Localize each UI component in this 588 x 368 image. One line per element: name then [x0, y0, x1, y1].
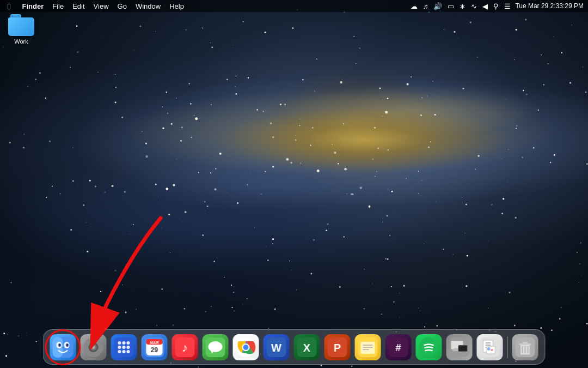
svg-rect-15: [93, 353, 95, 357]
svg-rect-76: [523, 342, 528, 344]
folder-body: [8, 17, 34, 36]
svg-rect-52: [361, 342, 375, 354]
system-preferences-icon: [81, 334, 107, 360]
dock-item-powerpoint[interactable]: P: [323, 333, 352, 361]
svg-point-71: [487, 347, 491, 351]
svg-rect-68: [486, 345, 491, 346]
dock-item-notes[interactable]: [354, 333, 382, 361]
launchpad-icon: [111, 334, 137, 360]
svg-rect-17: [84, 346, 88, 348]
svg-point-6: [66, 343, 69, 347]
chrome-icon: [233, 334, 259, 360]
svg-rect-11: [93, 338, 95, 342]
svg-point-72: [491, 349, 493, 351]
dock-item-preview[interactable]: [476, 333, 504, 361]
wifi-icon[interactable]: ∿: [470, 2, 478, 10]
dock-separator: [507, 336, 508, 358]
excel-icon: X: [294, 334, 320, 360]
svg-point-24: [127, 341, 130, 345]
svg-text:MAR: MAR: [150, 341, 159, 345]
menubar-go[interactable]: Go: [114, 2, 131, 11]
menubar-file[interactable]: File: [48, 2, 68, 11]
dock-item-mail[interactable]: MAR 29: [140, 333, 169, 361]
svg-point-23: [122, 341, 126, 345]
svg-point-7: [62, 347, 64, 348]
word-icon: W: [264, 334, 290, 360]
svg-rect-13: [99, 346, 103, 348]
svg-point-29: [122, 350, 126, 353]
svg-point-26: [122, 346, 126, 349]
galaxy-background: [0, 0, 588, 368]
galaxy-dust: [0, 0, 588, 368]
mail-icon: MAR 29: [142, 334, 168, 360]
photos-icon: [446, 334, 473, 360]
search-icon[interactable]: ⚲: [492, 2, 500, 10]
notification-icon[interactable]: ☰: [503, 2, 512, 10]
dock-item-trash[interactable]: [511, 333, 540, 361]
dock-item-finder[interactable]: [49, 333, 77, 361]
svg-rect-64: [459, 346, 467, 351]
powerpoint-icon: P: [324, 334, 351, 360]
trash-icon: [512, 334, 538, 360]
menubar-view[interactable]: View: [90, 2, 113, 11]
svg-text:P: P: [334, 342, 341, 354]
clock: Tue Mar 29 2:33:29 PM: [515, 2, 584, 10]
folder-icon: [8, 14, 34, 36]
dock-item-word[interactable]: W: [262, 333, 291, 361]
finder-icon: [50, 334, 76, 360]
svg-point-44: [243, 345, 249, 350]
dock-item-finder-wrapper: [49, 333, 77, 361]
desktop:  Finder File Edit View Go Window Help ☁…: [0, 0, 588, 368]
dock-item-messages[interactable]: [201, 333, 230, 361]
dock: MAR 29 ♪: [43, 329, 546, 365]
svg-text:29: 29: [151, 346, 158, 354]
dock-item-music[interactable]: ♪: [171, 333, 199, 361]
menubar-right: ☁ ♬ 🔊 ▭ ∗ ∿ ◀ ⚲ ☰ Tue Mar 29 2:33:29 PM: [409, 2, 584, 10]
audio-icon[interactable]: ♬: [422, 2, 430, 10]
dock-item-photos[interactable]: [445, 333, 474, 361]
svg-point-5: [58, 343, 61, 347]
svg-text:#: #: [395, 342, 401, 353]
menubar:  Finder File Edit View Go Window Help ☁…: [0, 0, 588, 12]
svg-text:X: X: [303, 342, 311, 354]
time-machine-icon[interactable]: ◀: [481, 2, 489, 10]
svg-point-25: [118, 346, 121, 349]
desktop-folder-work[interactable]: Work: [2, 12, 40, 47]
messages-icon: [203, 334, 229, 360]
dock-item-launchpad[interactable]: [110, 333, 138, 361]
menubar-app-name[interactable]: Finder: [18, 2, 47, 11]
svg-point-28: [118, 350, 121, 353]
spotify-icon: [416, 334, 442, 360]
svg-point-30: [127, 350, 130, 353]
bluetooth-icon[interactable]: ∗: [458, 2, 467, 10]
svg-point-20: [92, 346, 95, 349]
dock-item-spotify[interactable]: [415, 333, 443, 361]
dock-item-slack[interactable]: #: [384, 333, 413, 361]
notes-icon: [355, 334, 381, 360]
music-icon: ♪: [172, 334, 198, 360]
slack-icon: #: [385, 334, 412, 360]
svg-rect-67: [486, 342, 491, 343]
svg-point-22: [118, 341, 121, 345]
volume-icon[interactable]: 🔊: [432, 2, 443, 10]
svg-text:♪: ♪: [182, 341, 188, 354]
menubar-edit[interactable]: Edit: [69, 2, 88, 11]
svg-point-27: [127, 346, 130, 349]
svg-point-39: [209, 341, 223, 352]
menubar-window[interactable]: Window: [132, 2, 164, 11]
dropbox-icon[interactable]: ☁: [409, 2, 419, 10]
menubar-left:  Finder File Edit View Go Window Help: [4, 2, 188, 11]
preview-icon: [477, 334, 503, 360]
folder-label: Work: [14, 38, 28, 45]
dock-item-chrome[interactable]: [232, 333, 260, 361]
dock-item-excel[interactable]: X: [293, 333, 321, 361]
dock-item-system-preferences[interactable]: [79, 333, 108, 361]
battery-icon[interactable]: ▭: [446, 2, 455, 10]
svg-text:W: W: [271, 342, 281, 354]
menubar-help[interactable]: Help: [166, 2, 188, 11]
apple-menu[interactable]: : [4, 2, 14, 11]
